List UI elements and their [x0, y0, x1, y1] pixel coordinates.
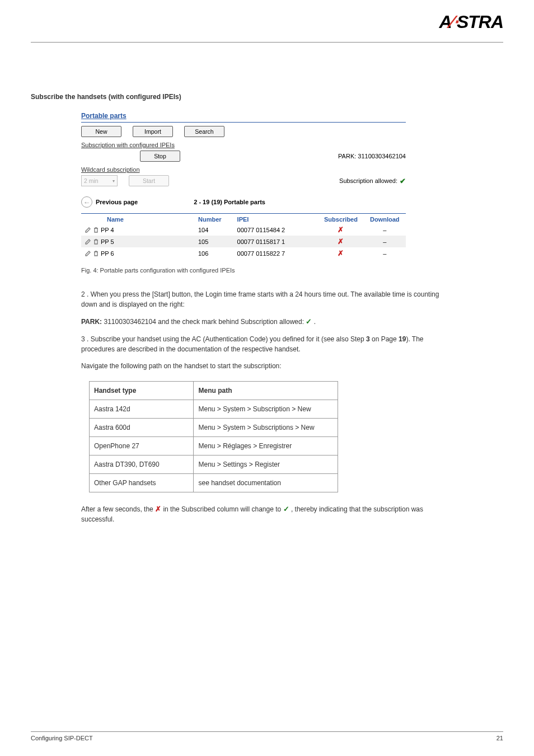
title-divider	[81, 122, 406, 123]
paragraph: 2 . When you press the [Start] button, t…	[81, 289, 453, 309]
footer-left: Configuring SIP-DECT	[31, 735, 93, 741]
row-number: 106	[195, 247, 234, 259]
duration-value: 2 min	[84, 177, 99, 184]
row-name: PP 6	[101, 250, 114, 257]
handset-menu-table: Handset type Menu path Aastra 142dMenu >…	[89, 381, 338, 492]
step-ref: 3	[366, 335, 370, 343]
table-row: Other GAP handsetssee handset documentat…	[90, 473, 338, 492]
arrow-left-icon: ←	[81, 196, 92, 208]
subscription-ipeis-label: Subscription with configured IPEIs	[81, 142, 406, 148]
table-row: Aastra DT390, DT690Menu > Settings > Reg…	[90, 455, 338, 473]
trash-icon[interactable]	[93, 227, 99, 233]
import-button[interactable]: Import	[133, 126, 173, 137]
wildcard-subscription-label: Wildcard subscription	[81, 166, 406, 173]
stop-button[interactable]: Stop	[140, 151, 180, 162]
body-text: 2 . When you press the [Start] button, t…	[31, 289, 453, 524]
aastra-logo: A∕⋅STRA	[439, 11, 503, 32]
park-display: PARK: 31100303462104	[338, 153, 406, 159]
table-row: PP 5 105 00077 0115817 1 ✗ –	[81, 236, 406, 247]
park-value-inline: 31100303462104	[104, 318, 156, 326]
chevron-down-icon: ▾	[113, 179, 115, 184]
previous-page-label: Previous page	[96, 199, 138, 205]
row-ipei: 00077 0115484 2	[234, 224, 318, 236]
row-number: 104	[195, 224, 234, 236]
table-row: Aastra 142dMenu > System > Subscription …	[90, 400, 338, 418]
row-number: 105	[195, 236, 234, 247]
page-footer: Configuring SIP-DECT 21	[31, 731, 503, 741]
check-icon: ✔	[400, 177, 406, 185]
page-header: A∕⋅STRA	[31, 11, 503, 43]
park-label: PARK:	[338, 153, 358, 159]
edit-icon[interactable]	[85, 250, 91, 257]
figure-caption: Fig. 4: Portable parts configuration wit…	[81, 267, 503, 274]
col-download: Download	[364, 214, 406, 224]
check-icon: ✓	[283, 505, 289, 513]
portable-parts-table: Name Number IPEI Subscribed Download PP …	[81, 214, 406, 259]
paragraph: After a few seconds, the ✗ in the Subscr…	[81, 504, 453, 525]
edit-icon[interactable]	[85, 227, 91, 233]
row-ipei: 00077 0115817 1	[234, 236, 318, 247]
table-row: PP 6 106 00077 0115822 7 ✗ –	[81, 247, 406, 259]
row-download: –	[364, 247, 406, 259]
col-name: Name	[85, 216, 124, 223]
text-span: .	[314, 318, 316, 326]
page-ref: 19	[399, 335, 406, 343]
table-row: OpenPhone 27Menu > Réglages > Enregistre…	[90, 436, 338, 455]
new-button[interactable]: New	[81, 126, 121, 137]
cross-icon: ✗	[338, 237, 344, 246]
logo-letter: A	[439, 12, 451, 32]
paragraph: 3 . Subscribe your handset using the AC …	[81, 334, 453, 354]
sub-allowed-label: Subscription allowed:	[339, 177, 397, 184]
previous-page-link[interactable]: ← Previous page	[81, 196, 138, 208]
trash-icon[interactable]	[93, 250, 99, 257]
col-ipei: IPEI	[234, 214, 318, 224]
row-download: –	[364, 224, 406, 236]
trash-icon[interactable]	[93, 238, 99, 245]
toolbar: New Import Search	[81, 126, 406, 137]
panel-title: Portable parts	[81, 112, 406, 122]
footer-page-number: 21	[496, 735, 503, 741]
row-name: PP 4	[101, 227, 114, 233]
table-row: Aastra 600dMenu > System > Subscriptions…	[90, 418, 338, 436]
row-name: PP 5	[101, 238, 114, 245]
check-icon: ✓	[306, 317, 312, 326]
text-span: on Page	[370, 335, 399, 343]
text-span: After a few seconds, the	[81, 505, 155, 513]
logo-rest: STRA	[457, 12, 503, 32]
cross-icon: ✗	[338, 226, 344, 234]
start-button: Start	[129, 175, 169, 186]
duration-select[interactable]: 2 min ▾	[81, 175, 118, 186]
park-bold-label: PARK:	[81, 318, 104, 326]
park-value: 31100303462104	[358, 153, 406, 159]
paragraph: Navigate the following path on the hands…	[81, 361, 453, 371]
text-span: 3 . Subscribe your handset using the AC …	[81, 335, 366, 343]
col-menu-path: Menu path	[194, 381, 338, 400]
cross-icon: ✗	[155, 505, 161, 513]
col-subscribed: Subscribed	[318, 214, 363, 224]
row-ipei: 00077 0115822 7	[234, 247, 318, 259]
col-handset-type: Handset type	[90, 381, 194, 400]
table-row: PP 4 104 00077 0115484 2 ✗ –	[81, 224, 406, 236]
text-span: and the check mark behind Subscription a…	[158, 318, 306, 326]
row-download: –	[364, 236, 406, 247]
section-heading: Subscribe the handsets (with configured …	[31, 93, 503, 101]
col-number: Number	[195, 214, 234, 224]
edit-icon[interactable]	[85, 238, 91, 245]
range-label: 2 - 19 (19) Portable parts	[194, 199, 265, 205]
search-button[interactable]: Search	[184, 126, 224, 137]
paragraph: PARK: 31100303462104 and the check mark …	[81, 316, 453, 327]
subscription-allowed: Subscription allowed: ✔	[339, 177, 406, 185]
text-span: in the Subscribed column will change to	[163, 505, 283, 513]
embedded-screenshot: Portable parts New Import Search Subscri…	[81, 112, 406, 259]
cross-icon: ✗	[338, 249, 344, 257]
